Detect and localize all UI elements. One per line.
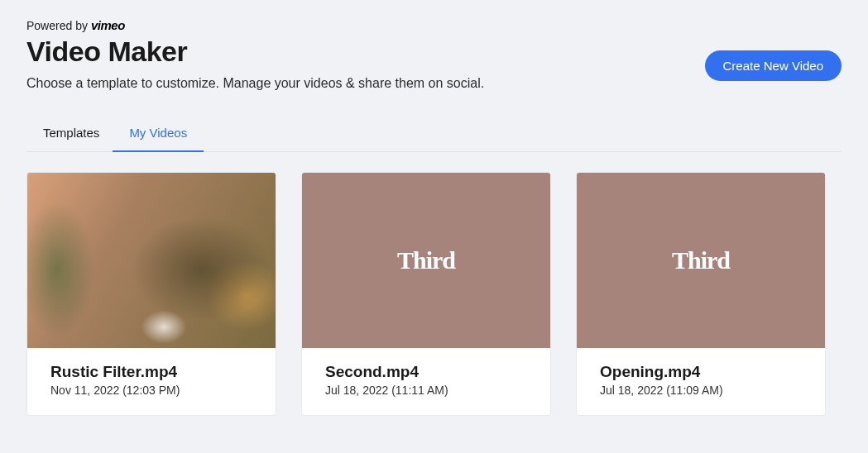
- video-thumbnail: Third: [302, 173, 550, 348]
- video-title: Second.mp4: [325, 363, 527, 381]
- video-title: Opening.mp4: [600, 363, 802, 381]
- video-date: Jul 18, 2022 (11:09 AM): [600, 384, 802, 397]
- tab-templates[interactable]: Templates: [41, 114, 101, 151]
- vimeo-logo: vimeo: [91, 18, 125, 32]
- page-subtitle: Choose a template to customize. Manage y…: [26, 76, 484, 91]
- video-date: Jul 18, 2022 (11:11 AM): [325, 384, 527, 397]
- tab-my-videos[interactable]: My Videos: [127, 114, 189, 151]
- page-title: Video Maker: [26, 36, 484, 68]
- video-card[interactable]: Third Opening.mp4 Jul 18, 2022 (11:09 AM…: [576, 172, 826, 416]
- thumbnail-text: Third: [397, 246, 455, 274]
- video-grid: Rustic Filter.mp4 Nov 11, 2022 (12:03 PM…: [26, 172, 842, 416]
- video-card[interactable]: Third Second.mp4 Jul 18, 2022 (11:11 AM): [301, 172, 551, 416]
- thumbnail-text: Third: [672, 246, 730, 274]
- video-title: Rustic Filter.mp4: [50, 363, 252, 381]
- powered-by-label: Powered by vimeo: [26, 18, 842, 32]
- video-thumbnail: Third: [577, 173, 825, 348]
- tabs-bar: Templates My Videos: [26, 114, 842, 152]
- video-date: Nov 11, 2022 (12:03 PM): [50, 384, 252, 397]
- powered-by-prefix: Powered by: [26, 19, 88, 32]
- video-card[interactable]: Rustic Filter.mp4 Nov 11, 2022 (12:03 PM…: [26, 172, 276, 416]
- video-thumbnail: [27, 173, 276, 348]
- create-video-button[interactable]: Create New Video: [705, 50, 842, 81]
